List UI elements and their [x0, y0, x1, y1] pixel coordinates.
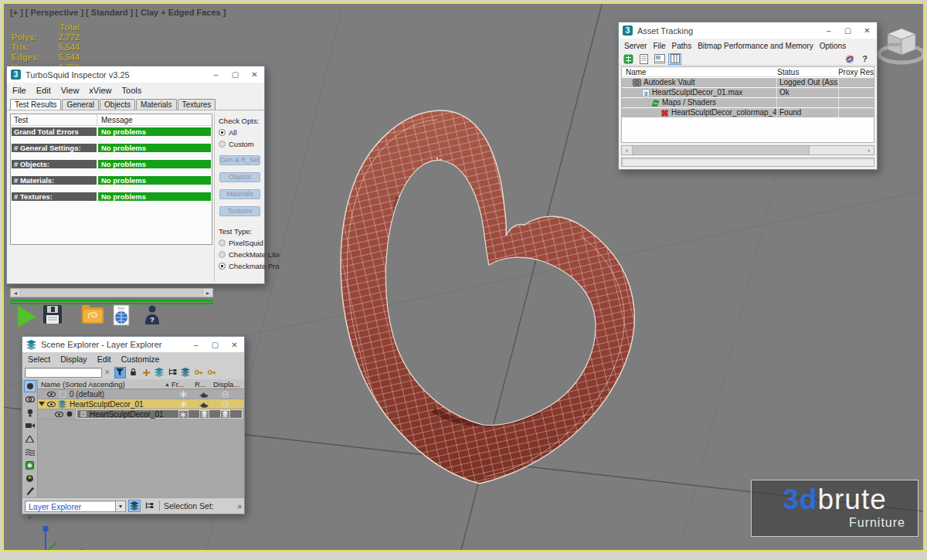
render-teapot-icon[interactable] [199, 402, 209, 408]
radio-checkmate-lite[interactable]: CheckMate Lite [219, 250, 265, 259]
frozen-icon[interactable] [180, 401, 187, 408]
table-row-maps[interactable]: Maps / Shaders [622, 98, 874, 107]
minimize-button[interactable]: – [819, 22, 838, 39]
layer-mode-icon[interactable] [128, 500, 141, 512]
help-checkmate-icon[interactable]: ? [143, 304, 161, 326]
textures-button[interactable]: Textures [219, 206, 260, 216]
eye-icon[interactable] [47, 392, 56, 397]
search-input[interactable] [25, 368, 102, 378]
lock-cell-icon[interactable] [206, 367, 218, 378]
help-icon[interactable]: ? [858, 53, 871, 65]
column-name[interactable]: Name [622, 68, 774, 76]
maximize-button[interactable]: ▢ [226, 66, 245, 83]
open-folder-icon[interactable] [81, 304, 104, 324]
menu-bitmap-performance[interactable]: Bitmap Performance and Memory [698, 42, 813, 50]
layer-row-heartsculpt[interactable]: HeartSculptDecor_01 [38, 399, 244, 409]
layer-name[interactable]: HeartSculptDecor_01 [70, 400, 144, 409]
test-results-table[interactable]: Test Message Grand Total ErrorsNo proble… [10, 114, 212, 245]
scrollbar-thumb[interactable] [20, 289, 203, 297]
materials-button[interactable]: Materials [219, 189, 260, 199]
eye-icon[interactable] [47, 402, 56, 407]
display-groups-icon[interactable] [24, 459, 36, 471]
column-status[interactable]: Status [774, 68, 835, 76]
document-view-icon[interactable] [637, 53, 650, 65]
layer-name[interactable]: 0 (default) [70, 390, 104, 399]
table-row-vault[interactable]: Autodesk Vault Logged Out (Ass... [622, 78, 874, 87]
refresh-bitmaps-icon[interactable] [843, 53, 856, 65]
display-toggle-icon[interactable] [222, 401, 229, 408]
scene-explorer-titlebar[interactable]: Scene Explorer - Layer Explorer – ▢ ✕ [22, 337, 244, 352]
asset-tracking-titlebar[interactable]: 3 Asset Tracking – ▢ ✕ [619, 22, 877, 39]
table-row-max-file[interactable]: 3 HeartSculptDecor_01.max Ok [622, 88, 874, 97]
overflow-icon[interactable]: » [237, 502, 242, 511]
search-clear-icon[interactable]: ✕ [104, 368, 110, 376]
asset-table[interactable]: Name Status Proxy Res Autodesk Vault Log… [621, 66, 874, 143]
radio-icon[interactable] [219, 129, 226, 136]
radio-pixelsquid[interactable]: PixelSquid [219, 239, 265, 247]
explorer-type-dropdown[interactable]: Layer Explorer [25, 501, 116, 512]
scroll-left-icon[interactable]: ◂ [11, 289, 20, 297]
menu-xview[interactable]: xView [89, 86, 111, 95]
html-report-icon[interactable]: html [112, 304, 131, 326]
expand-icon[interactable] [39, 402, 45, 406]
eye-icon[interactable] [55, 412, 63, 417]
column-frozen[interactable]: Fr... [171, 380, 195, 389]
lock-selection-icon[interactable] [127, 367, 139, 378]
viewport-label[interactable]: [+ ] [ Perspective ] [ Standard ] [ Clay… [10, 8, 226, 17]
radio-icon[interactable] [219, 141, 226, 148]
menu-select[interactable]: Select [28, 355, 50, 364]
menu-edit[interactable]: Edit [97, 355, 111, 364]
add-layer-icon[interactable] [154, 367, 165, 378]
max-file-view-icon[interactable] [622, 53, 635, 65]
menu-edit[interactable]: Edit [36, 86, 51, 95]
dropdown-arrow-icon[interactable]: ▾ [116, 501, 126, 512]
display-xrefs-icon[interactable] [24, 472, 36, 484]
tab-test-results[interactable]: Test Results [10, 99, 61, 110]
table-row[interactable]: # Materials:No problems [11, 176, 212, 185]
display-helpers-icon[interactable] [24, 433, 36, 445]
object-row-heartsculpt[interactable]: HeartSculptDecor_01 [38, 409, 244, 419]
scroll-left-icon[interactable]: ‹ [622, 146, 632, 154]
horizontal-scrollbar[interactable]: ‹ › [621, 145, 874, 155]
sort-ascending-icon[interactable]: ▲ [165, 382, 170, 387]
scrollbar-thumb[interactable] [632, 146, 810, 154]
tab-general[interactable]: General [62, 99, 99, 110]
display-toggle-icon[interactable] [222, 391, 229, 398]
object-name[interactable]: HeartSculptDecor_01 [90, 410, 164, 419]
scroll-right-icon[interactable]: ▸ [203, 289, 212, 297]
menu-file[interactable]: File [12, 86, 26, 95]
save-icon[interactable] [42, 304, 63, 324]
layer-row-default[interactable]: 0 (default) [38, 389, 244, 399]
gen-rset-button[interactable]: Gen & R_Set [219, 155, 260, 165]
radio-checkmate-pro[interactable]: Checkmate Pro [219, 262, 265, 270]
minimize-button[interactable]: – [186, 337, 205, 353]
filter-icon[interactable] [114, 367, 126, 378]
collapse-layers-icon[interactable] [180, 367, 192, 378]
menu-customize[interactable]: Customize [121, 355, 160, 364]
asset-table-header[interactable]: Name Status Proxy Res [622, 67, 874, 77]
render-teapot-icon[interactable] [199, 392, 209, 398]
display-layers-icon[interactable] [222, 411, 229, 418]
menu-file[interactable]: File [653, 42, 665, 50]
display-geometry-icon[interactable] [24, 380, 36, 392]
tab-objects[interactable]: Objects [100, 99, 135, 110]
table-row[interactable]: # General Settings:No problems [11, 144, 212, 152]
column-proxy-res[interactable]: Proxy Res [835, 68, 874, 76]
column-renderable[interactable]: R... [195, 380, 213, 389]
objects-button[interactable]: Objects [219, 172, 260, 182]
display-spacewarps-icon[interactable] [24, 446, 36, 458]
column-view-icon[interactable] [668, 53, 681, 65]
hierarchy-mode-icon[interactable] [143, 500, 155, 512]
tab-materials[interactable]: Materials [136, 99, 177, 110]
display-bones-icon[interactable] [24, 485, 36, 497]
maximize-button[interactable]: ▢ [205, 337, 225, 353]
radio-all[interactable]: All [219, 128, 265, 137]
radio-icon[interactable] [219, 251, 226, 258]
inspector-titlebar[interactable]: 3 TurboSquid Inspector v3.25 – ▢ ✕ [7, 66, 264, 83]
scroll-right-icon[interactable]: › [864, 146, 874, 154]
tab-textures[interactable]: Textures [178, 99, 216, 110]
frozen-icon[interactable] [180, 391, 187, 398]
display-shapes-icon[interactable] [24, 393, 36, 406]
menu-tools[interactable]: Tools [122, 86, 142, 95]
table-row-bitmap[interactable]: HeartSculptDecor_colormap_4K.jpg Found [622, 108, 874, 117]
